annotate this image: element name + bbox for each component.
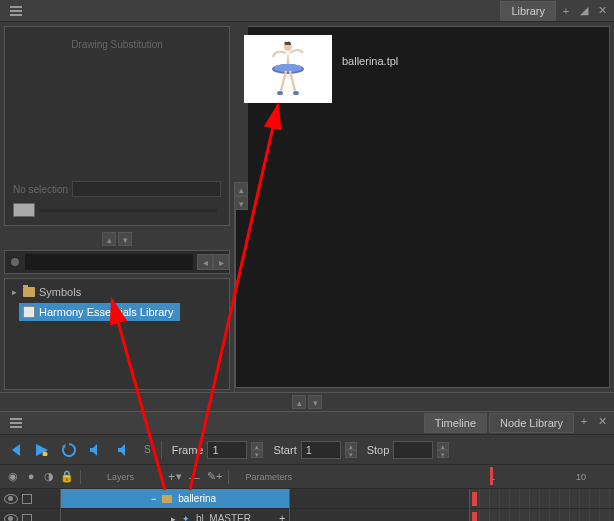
splitter-handle-2[interactable]: ▴ ▾	[0, 392, 614, 411]
solo-toggle[interactable]	[22, 514, 32, 522]
thumbnail-label: ballerina.tpl	[342, 35, 398, 67]
library-left-column: Drawing Substitution No selection ▴ ▾ ▴ …	[0, 22, 235, 392]
splitter-handle-1[interactable]: ▴ ▾	[0, 230, 234, 248]
library-icon	[23, 306, 35, 318]
close-icon[interactable]: ✕	[594, 3, 610, 19]
show-all-icon[interactable]: ◉	[6, 470, 20, 484]
library-content-area[interactable]: ballerina.tpl	[235, 26, 610, 388]
visibility-toggle[interactable]	[4, 494, 18, 504]
layer-row-ballerina[interactable]: − ballerina	[61, 489, 289, 509]
playback-toolbar: S Frame ▴▾ Start ▴▾ Stop ▴▾	[0, 435, 614, 465]
peg-icon: ✦	[182, 514, 190, 522]
add-tab-icon-2[interactable]: +	[576, 413, 592, 429]
drawing-sub-title: Drawing Substitution	[13, 35, 221, 54]
close-icon-2[interactable]: ✕	[594, 413, 610, 429]
svg-point-2	[274, 64, 302, 72]
ballerina-preview-icon	[263, 39, 313, 99]
tab-timeline[interactable]: Timeline	[424, 413, 487, 433]
collapse-down-icon-2[interactable]: ▾	[308, 395, 322, 409]
start-input[interactable]	[301, 441, 341, 459]
layer-names-column: − ballerina ▸ ✦ bl_MASTER +	[60, 489, 290, 521]
keyframe-icon[interactable]	[472, 492, 477, 506]
library-tree: ▸ Symbols Harmony Essentials Library	[4, 278, 230, 390]
panel-menu-icon[interactable]	[6, 1, 26, 21]
collapse-up-icon-2[interactable]: ▴	[292, 395, 306, 409]
loop-button[interactable]	[60, 443, 78, 457]
add-drawing-button[interactable]: ✎+	[207, 470, 222, 483]
scroll-up-icon[interactable]: ▴	[234, 182, 248, 196]
drawing-sub-preview	[13, 54, 221, 179]
frame-input[interactable]	[207, 441, 247, 459]
add-layer-dropdown-icon[interactable]: ▾	[176, 470, 182, 483]
sound-scrub-button[interactable]	[116, 444, 134, 456]
strip-content[interactable]	[25, 254, 193, 270]
drawing-name-field[interactable]	[72, 181, 221, 197]
solo-toggle[interactable]	[22, 494, 32, 504]
strip-handle-icon[interactable]	[11, 258, 19, 266]
dock-icon[interactable]: ◢	[576, 3, 592, 19]
drawing-substitution-panel: Drawing Substitution No selection	[4, 26, 230, 226]
onion-icon[interactable]: ◑	[42, 470, 56, 484]
strip-prev-icon[interactable]: ◂	[197, 254, 213, 270]
folder-icon	[23, 287, 35, 297]
stop-up-icon[interactable]: ▴	[437, 442, 449, 450]
tree-label-essentials: Harmony Essentials Library	[39, 306, 174, 318]
frame-down-icon[interactable]: ▾	[251, 450, 263, 458]
template-thumbnail[interactable]	[244, 35, 332, 103]
slider-track	[39, 209, 217, 212]
tree-item-symbols[interactable]: ▸ Symbols	[5, 283, 229, 301]
frame-ruler[interactable]: 1 10	[484, 465, 614, 489]
template-strip: ◂ ▸	[4, 250, 230, 274]
svg-point-4	[293, 91, 299, 95]
layer-row-bl-master[interactable]: ▸ ✦ bl_MASTER +	[61, 509, 289, 521]
show-mode-icon[interactable]: ●	[24, 470, 38, 484]
expand-icon[interactable]: ▸	[171, 514, 176, 522]
collapse-down-icon[interactable]: ▾	[118, 232, 132, 246]
tree-label-symbols: Symbols	[39, 286, 81, 298]
add-tab-icon[interactable]: +	[558, 3, 574, 19]
param-row[interactable]	[290, 489, 469, 509]
tree-item-essentials[interactable]: Harmony Essentials Library	[19, 303, 180, 321]
drawing-sub-slider[interactable]	[13, 203, 221, 217]
collapse-up-icon[interactable]: ▴	[102, 232, 116, 246]
visibility-toggle[interactable]	[4, 514, 18, 522]
timeline-panel-header: Timeline Node Library + ✕	[0, 411, 614, 435]
play-button[interactable]	[34, 444, 50, 456]
delete-layer-button[interactable]: —	[189, 471, 200, 483]
start-up-icon[interactable]: ▴	[345, 442, 357, 450]
add-layer-button[interactable]: +	[168, 470, 175, 484]
layer-visibility-column	[0, 489, 60, 521]
frame-up-icon[interactable]: ▴	[251, 442, 263, 450]
panel-menu-icon-2[interactable]	[6, 413, 26, 433]
tab-library[interactable]: Library	[500, 1, 556, 21]
parameters-column	[290, 489, 470, 521]
add-peg-button[interactable]: +	[279, 513, 285, 521]
svg-point-3	[277, 91, 283, 95]
playhead[interactable]	[490, 467, 493, 485]
layer-name: ballerina	[178, 493, 216, 504]
strip-next-icon[interactable]: ▸	[213, 254, 229, 270]
go-first-frame-button[interactable]	[6, 444, 24, 456]
stop-label: Stop	[367, 444, 390, 456]
slider-thumb[interactable]	[13, 203, 35, 217]
ruler-tick: 10	[576, 472, 586, 482]
library-upper-area: Drawing Substitution No selection ▴ ▾ ▴ …	[0, 22, 614, 392]
keyframe-icon[interactable]	[472, 512, 477, 521]
tab-node-library[interactable]: Node Library	[489, 413, 574, 433]
collapse-icon[interactable]: −	[151, 494, 156, 504]
start-down-icon[interactable]: ▾	[345, 450, 357, 458]
scroll-down-icon[interactable]: ▾	[234, 196, 248, 210]
frame-label: Frame	[172, 444, 204, 456]
lock-icon[interactable]: 🔒	[60, 470, 74, 484]
parameters-header-label: Parameters	[245, 472, 292, 482]
param-row[interactable]	[290, 509, 469, 521]
sound-button[interactable]	[88, 444, 106, 456]
stop-down-icon[interactable]: ▾	[437, 450, 449, 458]
stop-input[interactable]	[393, 441, 433, 459]
library-panel-header: Library + ◢ ✕	[0, 0, 614, 22]
layers-header-label: Layers	[107, 472, 134, 482]
group-icon	[162, 495, 172, 503]
no-selection-label: No selection	[13, 184, 68, 195]
tree-expand-icon[interactable]: ▸	[9, 287, 19, 297]
layer-name: bl_MASTER	[196, 513, 251, 521]
